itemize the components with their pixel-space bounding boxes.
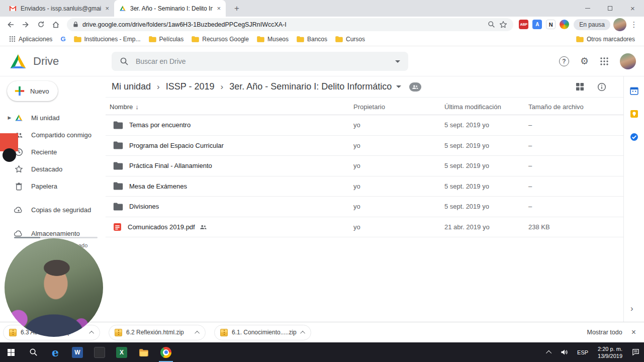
file-owner: yo	[353, 121, 444, 129]
search-options-caret-icon[interactable]	[395, 60, 400, 63]
bookmark-folder-bancos[interactable]: Bancos	[293, 34, 331, 44]
download-menu-chevron-icon[interactable]	[300, 330, 305, 335]
volume-icon[interactable]	[556, 342, 573, 362]
bookmark-folder-peliculas[interactable]: Películas	[145, 34, 188, 44]
table-row[interactable]: Mesa de Exámenes yo 5 sept. 2019 yo –	[106, 176, 623, 197]
tray-chevron-icon[interactable]	[543, 342, 556, 362]
search-icon	[120, 57, 129, 66]
taskbar-search-button[interactable]	[22, 342, 44, 362]
calendar-icon[interactable]	[630, 86, 638, 95]
close-button[interactable]: ×	[621, 0, 644, 17]
bookmark-apps[interactable]: Aplicaciones	[5, 34, 56, 44]
download-menu-chevron-icon[interactable]	[89, 330, 94, 335]
star-icon	[14, 164, 23, 173]
file-size: –	[528, 142, 623, 149]
search-input[interactable]	[136, 57, 388, 65]
sidebar-item-papelera[interactable]: Papelera	[0, 177, 106, 195]
downloads-bar-close-icon[interactable]: ×	[631, 328, 636, 337]
bookmark-folder-instituciones[interactable]: Instituciones - Emp...	[70, 34, 145, 44]
folder-icon	[257, 36, 264, 42]
minimize-button[interactable]	[576, 0, 599, 17]
excel-icon[interactable]: X	[111, 342, 133, 362]
file-owner: yo	[353, 223, 444, 231]
keep-icon[interactable]	[630, 110, 638, 118]
profile-avatar[interactable]	[613, 18, 626, 31]
table-row[interactable]: Práctica Final - Allanamiento yo 5 sept.…	[106, 156, 623, 176]
column-header-name[interactable]: Nombre↓	[106, 103, 353, 111]
reload-button[interactable]	[34, 18, 48, 32]
maximize-button[interactable]	[599, 0, 621, 17]
new-tab-button[interactable]: +	[230, 2, 244, 16]
panel-expand-chevron-icon[interactable]: ›	[630, 304, 633, 314]
google-apps-grid-icon[interactable]	[600, 57, 609, 66]
sidebar-item-copias[interactable]: Copias de seguridad	[0, 201, 106, 218]
bookmark-star-icon[interactable]	[499, 21, 507, 29]
drive-search-bar[interactable]	[112, 52, 408, 71]
dark-app-icon[interactable]	[88, 342, 111, 362]
tab-gmail[interactable]: Enviados - issp.sanluis@gmail.co ×	[4, 0, 114, 17]
taskbar-clock[interactable]: 2:20 p. m. 13/9/2019	[593, 345, 627, 359]
sidebar-item-mi-unidad[interactable]: ▶ Mi unidad	[0, 109, 106, 126]
account-avatar[interactable]	[620, 53, 636, 69]
home-button[interactable]	[49, 18, 63, 32]
folder-icon	[113, 162, 123, 170]
other-bookmarks-button[interactable]: Otros marcadores	[572, 34, 639, 44]
column-header-size[interactable]: Tamaño de archivo	[528, 103, 623, 111]
download-item[interactable]: 6.2 Reflexión.html.zip	[109, 325, 206, 340]
bookmarks-bar: Aplicaciones G Instituciones - Emp... Pe…	[0, 32, 644, 46]
file-name: Práctica Final - Allanamiento	[129, 162, 212, 169]
address-bar[interactable]: drive.google.com/drive/folders/1aw6H3-1B…	[67, 18, 513, 31]
translate-extension-icon[interactable]: A	[532, 20, 542, 29]
table-row[interactable]: Divisiones yo 5 sept. 2019 yo –	[106, 197, 623, 217]
browser-menu-icon[interactable]: ⋮	[627, 20, 640, 29]
breadcrumb-item-mi-unidad[interactable]: Mi unidad	[112, 81, 151, 92]
breadcrumb-item-current[interactable]: 3er. Año - Seminario I: Delito Informáti…	[229, 81, 392, 92]
info-icon[interactable]	[597, 82, 606, 92]
action-center-icon[interactable]	[627, 342, 644, 362]
breadcrumb: Mi unidad › ISSP - 2019 › 3er. Año - Sem…	[106, 76, 623, 98]
tasks-icon[interactable]	[630, 133, 638, 141]
breadcrumb-separator-icon: ›	[220, 82, 223, 92]
column-header-owner[interactable]: Propietario	[353, 103, 444, 111]
file-name: Divisiones	[129, 203, 159, 210]
cloud-extension-icon[interactable]	[560, 20, 569, 29]
edge-icon[interactable]: e	[44, 342, 66, 362]
word-icon[interactable]: W	[66, 342, 88, 362]
table-row[interactable]: Temas por encuentro yo 5 sept. 2019 yo –	[106, 115, 623, 136]
show-all-downloads-button[interactable]: Mostrar todo	[581, 326, 628, 339]
tab-drive[interactable]: 3er. Año - Seminario I: Delito Inf ×	[114, 0, 226, 17]
breadcrumb-item-issp[interactable]: ISSP - 2019	[166, 81, 215, 92]
sidebar-item-destacado[interactable]: Destacado	[0, 160, 106, 177]
back-button[interactable]	[4, 18, 18, 32]
table-row[interactable]: Programa del Espacio Curricular yo 5 sep…	[106, 136, 623, 156]
folder-icon	[113, 121, 123, 129]
n-extension-icon[interactable]: N	[546, 20, 556, 29]
file-explorer-icon[interactable]	[133, 342, 155, 362]
forward-button[interactable]	[19, 18, 33, 32]
tab-close-icon[interactable]: ×	[105, 5, 109, 12]
tab-close-icon[interactable]: ×	[217, 5, 221, 12]
start-button[interactable]	[0, 342, 22, 362]
adblock-extension-icon[interactable]: ABP	[519, 20, 528, 29]
chrome-icon[interactable]	[155, 342, 177, 362]
tab-strip: Enviados - issp.sanluis@gmail.co × 3er. …	[0, 0, 644, 17]
bookmark-folder-recursos[interactable]: Recursos Google	[188, 34, 253, 44]
expand-caret-icon[interactable]: ▶	[5, 115, 14, 120]
bookmark-folder-museos[interactable]: Museos	[253, 34, 293, 44]
table-row[interactable]: Comunicados 2019.pdf yo 21 abr. 2019 yo …	[106, 217, 623, 238]
help-button[interactable]: ?	[559, 56, 569, 66]
settings-gear-icon[interactable]: ⚙	[580, 55, 589, 67]
drive-logo[interactable]: Drive	[0, 53, 106, 70]
sync-paused-button[interactable]: En pausa	[574, 19, 610, 30]
bookmark-google[interactable]: G	[56, 34, 69, 44]
column-header-modified[interactable]: Última modificación	[444, 103, 528, 111]
folder-menu-caret-icon[interactable]	[396, 85, 401, 88]
grid-view-icon[interactable]	[576, 82, 584, 91]
omnibox-search-icon[interactable]	[488, 21, 495, 28]
language-indicator[interactable]: ESP	[573, 342, 593, 362]
download-item[interactable]: 6.1. Conocimiento.....zip	[214, 325, 311, 340]
bookmark-folder-cursos[interactable]: Cursos	[331, 34, 369, 44]
side-panel-rail: ›	[623, 76, 644, 322]
new-button[interactable]: Nuevo	[7, 81, 58, 101]
download-menu-chevron-icon[interactable]	[195, 330, 200, 335]
